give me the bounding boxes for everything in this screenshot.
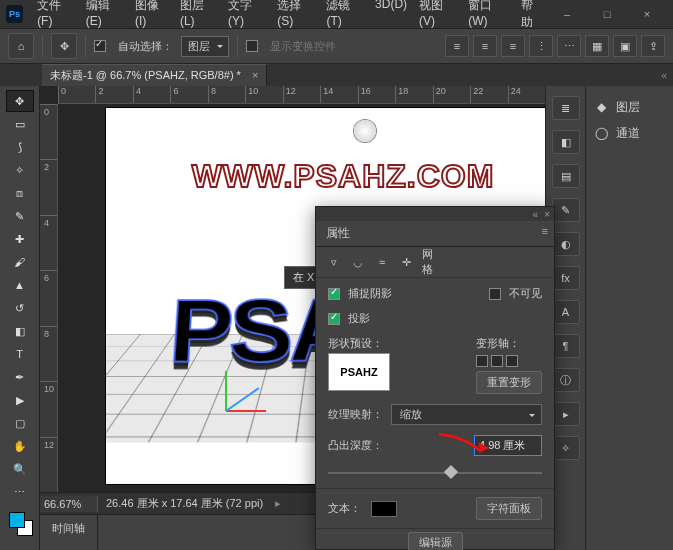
pen-tool[interactable]: ✒ (6, 366, 34, 388)
shape-tool[interactable]: ▢ (6, 412, 34, 434)
invisible-checkbox[interactable] (489, 288, 501, 300)
align-icon[interactable]: ≡ (473, 35, 497, 57)
deform-icon[interactable]: ◡ (350, 254, 366, 270)
menu-layer[interactable]: 图层(L) (176, 0, 220, 33)
type-tool[interactable]: T (6, 343, 34, 365)
show-transform-checkbox[interactable] (246, 40, 258, 52)
panel-menu-icon[interactable]: ≡ (536, 221, 554, 246)
eyedropper-tool[interactable]: ✎ (6, 205, 34, 227)
history-brush-tool[interactable]: ↺ (6, 297, 34, 319)
edit-toolbar[interactable]: ⋯ (6, 481, 34, 503)
align-icon[interactable]: ⋮ (529, 35, 553, 57)
axis-x[interactable] (226, 410, 266, 412)
slider-thumb[interactable] (444, 465, 458, 479)
panel-chrome[interactable]: «× (316, 207, 554, 221)
text-color-swatch[interactable] (371, 501, 397, 517)
adjustments-panel-icon[interactable]: ◐ (552, 232, 580, 256)
menu-view[interactable]: 视图(V) (415, 0, 460, 33)
hand-tool[interactable]: ✋ (6, 435, 34, 457)
minimize-button[interactable]: – (547, 2, 587, 26)
move-tool-icon[interactable]: ✥ (51, 33, 77, 59)
color-panel-icon[interactable]: ◧ (552, 130, 580, 154)
path-select-tool[interactable]: ▶ (6, 389, 34, 411)
healing-tool[interactable]: ✚ (6, 228, 34, 250)
lasso-tool[interactable]: ⟆ (6, 136, 34, 158)
stamp-tool[interactable]: ▲ (6, 274, 34, 296)
menu-select[interactable]: 选择(S) (273, 0, 318, 33)
menu-image[interactable]: 图像(I) (131, 0, 172, 33)
shape-preset-thumb[interactable]: PSAHZ (328, 353, 390, 391)
zoom-tool[interactable]: 🔍 (6, 458, 34, 480)
3d-axis-gizmo[interactable] (226, 352, 286, 412)
eraser-tool[interactable]: ◧ (6, 320, 34, 342)
menu-3d[interactable]: 3D(D) (371, 0, 411, 33)
mesh-icon[interactable]: ▿ (326, 254, 342, 270)
menu-help[interactable]: 帮助 (517, 0, 547, 33)
menu-window[interactable]: 窗口(W) (464, 0, 512, 33)
home-icon[interactable]: ⌂ (8, 33, 34, 59)
menu-filter[interactable]: 滤镜(T) (322, 0, 367, 33)
maximize-button[interactable]: □ (587, 2, 627, 26)
magic-wand-tool[interactable]: ✧ (6, 159, 34, 181)
collapse-icon[interactable]: « (533, 209, 539, 220)
menu-type[interactable]: 文字(Y) (224, 0, 269, 33)
texture-map-dropdown[interactable]: 缩放 (391, 404, 542, 425)
layers-panel-row[interactable]: ◆ 图层 (592, 94, 667, 120)
crop-tool[interactable]: ⧈ (6, 182, 34, 204)
auto-select-dropdown[interactable]: 图层 (181, 36, 229, 57)
tool-presets-icon[interactable]: ✧ (552, 436, 580, 460)
character-panel-icon[interactable]: A (552, 300, 580, 324)
channels-panel-row[interactable]: ◯ 通道 (592, 120, 667, 146)
edit-source-button[interactable]: 编辑源 (408, 532, 463, 550)
axis-y[interactable] (225, 371, 227, 411)
auto-select-checkbox[interactable] (94, 40, 106, 52)
color-swatches[interactable] (7, 510, 33, 536)
menu-file[interactable]: 文件(F) (33, 0, 78, 33)
align-icon[interactable]: ≡ (501, 35, 525, 57)
axis-x-toggle[interactable] (476, 355, 488, 367)
3d-light-widget[interactable] (354, 120, 376, 142)
axis-y-toggle[interactable] (491, 355, 503, 367)
properties-panel[interactable]: «× 属性 ≡ ▿ ◡ ≈ ✛ 网格 捕捉阴影 不可见 投影 形状预设： PSA… (315, 206, 555, 550)
cast-shadow-checkbox[interactable] (328, 313, 340, 325)
marquee-tool[interactable]: ▭ (6, 113, 34, 135)
actions-panel-icon[interactable]: ▸ (552, 402, 580, 426)
properties-tab[interactable]: 属性 (316, 221, 360, 246)
info-panel-icon[interactable]: ⓘ (552, 368, 580, 392)
ruler-horizontal[interactable]: 024681012141618202224 (58, 86, 545, 104)
share-icon[interactable]: ⇪ (641, 35, 665, 57)
swatches-panel-icon[interactable]: ▤ (552, 164, 580, 188)
brush-tool[interactable]: 🖌 (6, 251, 34, 273)
tab-close-icon[interactable]: × (252, 69, 258, 81)
align-icon[interactable]: ≡ (445, 35, 469, 57)
menu-edit[interactable]: 编辑(E) (82, 0, 127, 33)
doc-info[interactable]: 26.46 厘米 x 17.64 厘米 (72 ppi) (98, 494, 271, 513)
timeline-tab[interactable]: 时间轴 (40, 515, 98, 550)
extrude-depth-input[interactable]: 4.98 厘米 (474, 435, 542, 456)
info-dropdown-icon[interactable]: ▸ (275, 497, 281, 510)
move-tool[interactable]: ✥ (6, 90, 34, 112)
foreground-color[interactable] (9, 512, 25, 528)
document-title: 未标题-1 @ 66.7% (PSAHZ, RGB/8#) * (50, 69, 241, 81)
extrude-depth-slider[interactable] (328, 466, 542, 480)
brush-panel-icon[interactable]: ✎ (552, 198, 580, 222)
paragraph-panel-icon[interactable]: ¶ (552, 334, 580, 358)
axis-z-toggle[interactable] (506, 355, 518, 367)
close-button[interactable]: × (627, 2, 667, 26)
3d-mode-icon[interactable]: ▦ (585, 35, 609, 57)
character-panel-button[interactable]: 字符面板 (476, 497, 542, 520)
align-icon[interactable]: ⋯ (557, 35, 581, 57)
document-tab[interactable]: 未标题-1 @ 66.7% (PSAHZ, RGB/8#) * × (42, 64, 267, 86)
axis-z[interactable] (225, 387, 259, 412)
catch-shadow-checkbox[interactable] (328, 288, 340, 300)
coord-icon[interactable]: ✛ (398, 254, 414, 270)
history-panel-icon[interactable]: ≣ (552, 96, 580, 120)
zoom-field[interactable]: 66.67% (40, 496, 98, 512)
ruler-vertical[interactable]: 024681012 (40, 104, 58, 492)
styles-panel-icon[interactable]: fx (552, 266, 580, 290)
cap-icon[interactable]: ≈ (374, 254, 390, 270)
3d-mode-icon[interactable]: ▣ (613, 35, 637, 57)
close-icon[interactable]: × (544, 209, 550, 220)
collapse-icon[interactable]: « (655, 69, 673, 81)
reset-deform-button[interactable]: 重置变形 (476, 371, 542, 394)
